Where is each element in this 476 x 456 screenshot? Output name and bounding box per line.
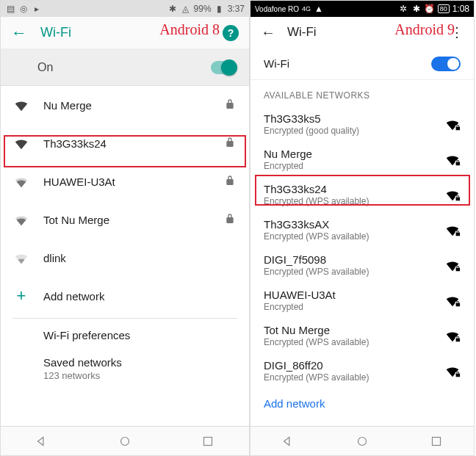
lock-icon: [224, 98, 237, 112]
network-texts: Nu MergeEncrypted: [264, 148, 436, 171]
network-row[interactable]: Th3G33ksAXEncrypted (WPS available): [250, 212, 474, 247]
net-badge: 4G: [302, 5, 311, 12]
wifi-label: Wi-Fi: [264, 57, 289, 70]
network-texts: HUAWEI-U3AtEncrypted: [264, 289, 436, 312]
network-subtitle: Encrypted (WPS available): [264, 372, 436, 383]
back-icon[interactable]: ←: [261, 24, 275, 41]
more-icon[interactable]: ⋮: [450, 24, 464, 40]
status-bar: Vodafone RO 4G ▲ ✲ ✱ ⏰ 80 1:08: [250, 1, 474, 17]
network-row[interactable]: Nu MergeEncrypted: [250, 142, 474, 177]
divider: [12, 318, 237, 319]
add-network-row[interactable]: +Add network: [1, 277, 249, 315]
network-subtitle: Encrypted: [264, 302, 436, 312]
alarm-icon: ⏰: [425, 4, 435, 14]
network-row[interactable]: DIGI_86ff20Encrypted (WPS available): [250, 353, 474, 388]
nfc-icon: ✲: [398, 4, 408, 14]
no-sim-icon: ◬: [181, 4, 191, 14]
lock-icon: [224, 137, 237, 150]
bluetooth-icon: ✱: [411, 4, 422, 14]
page-title: Wi-Fi: [40, 25, 209, 40]
network-row[interactable]: Tot Nu Merge: [1, 200, 249, 239]
network-subtitle: Encrypted (WPS available): [264, 337, 436, 347]
signal-icon: ▲: [314, 4, 324, 14]
network-list: Nu MergeTh3G33ks24HUAWEI-U3AtTot Nu Merg…: [1, 86, 249, 426]
network-name: DIGI_7f5098: [264, 253, 436, 266]
nav-recent-icon[interactable]: [428, 433, 444, 449]
network-row[interactable]: Th3G33ks5Encrypted (good quality): [250, 106, 474, 142]
network-row[interactable]: Th3G33ks24: [1, 124, 249, 162]
section-header: AVAILABLE NETWORKS: [250, 80, 474, 106]
wifi-toggle[interactable]: [211, 61, 236, 74]
network-name: HUAWEI-U3At: [43, 175, 211, 188]
nav-bar: [1, 426, 249, 455]
nav-home-icon[interactable]: [117, 433, 133, 449]
on-label: On: [37, 61, 53, 74]
notif-icon: ▤: [5, 4, 15, 14]
network-name: Th3G33ks24: [264, 183, 436, 195]
add-network-label: Add network: [43, 290, 104, 303]
android8-phone: Android 8 ▤ ◎ ▸ ✱ ◬ 99% ▮ 3:37 ← Wi-Fi ?…: [0, 0, 250, 456]
network-texts: Th3G33ksAXEncrypted (WPS available): [264, 218, 436, 242]
network-texts: Th3G33ks24Encrypted (WPS available): [264, 183, 436, 206]
network-row[interactable]: Tot Nu MergeEncrypted (WPS available): [250, 318, 474, 353]
wifi-preferences-row[interactable]: Wi-Fi preferences: [1, 322, 249, 349]
network-texts: DIGI_7f5098Encrypted (WPS available): [264, 253, 436, 277]
wifi-lock-icon: [444, 222, 461, 238]
network-row[interactable]: Th3G33ks24Encrypted (WPS available): [250, 177, 474, 212]
pref-title: Saved networks: [43, 356, 236, 369]
wifi-signal-icon: [12, 134, 30, 152]
network-name: Nu Merge: [264, 148, 436, 160]
nav-bar: [250, 426, 474, 455]
network-row[interactable]: Nu Merge: [1, 86, 249, 124]
battery-icon: ▮: [214, 4, 225, 14]
clock: 1:08: [452, 4, 469, 14]
network-name: Tot Nu Merge: [264, 324, 436, 336]
network-subtitle: Encrypted (good quality): [264, 126, 436, 136]
network-name: HUAWEI-U3At: [264, 289, 436, 301]
wifi-lock-icon: [444, 292, 461, 308]
wifi-signal-icon: [12, 96, 30, 114]
nav-back-icon[interactable]: [280, 433, 296, 449]
chrome-icon: ◎: [18, 4, 29, 14]
network-row[interactable]: HUAWEI-U3At: [1, 162, 249, 200]
pref-title: Wi-Fi preferences: [43, 329, 236, 341]
network-name: Th3G33ksAX: [264, 218, 436, 231]
nav-back-icon[interactable]: [34, 433, 50, 449]
wifi-toggle-row[interactable]: Wi-Fi: [250, 48, 474, 80]
network-name: Tot Nu Merge: [43, 214, 211, 226]
wifi-signal-icon: [12, 173, 30, 190]
network-name: Th3G33ks5: [264, 112, 436, 125]
network-subtitle: Encrypted (WPS available): [264, 196, 436, 206]
wifi-toggle[interactable]: [431, 57, 461, 71]
header: ← Wi-Fi ⋮: [250, 17, 474, 48]
wifi-on-row[interactable]: On: [1, 49, 249, 86]
help-icon[interactable]: ?: [223, 25, 239, 41]
wifi-lock-icon: [444, 116, 461, 132]
network-row[interactable]: DIGI_7f5098Encrypted (WPS available): [250, 247, 474, 283]
saved-networks-row[interactable]: Saved networks123 networks: [1, 349, 249, 388]
network-row[interactable]: dlink: [1, 239, 249, 277]
wifi-lock-icon: [444, 363, 461, 379]
battery-pct: 80: [438, 4, 450, 13]
nav-recent-icon[interactable]: [200, 433, 216, 449]
network-name: Nu Merge: [43, 99, 211, 112]
play-icon: ▸: [32, 4, 42, 14]
network-name: DIGI_86ff20: [264, 359, 436, 372]
nav-home-icon[interactable]: [354, 433, 370, 449]
network-subtitle: Encrypted (WPS available): [264, 231, 436, 242]
back-icon[interactable]: ←: [11, 23, 27, 43]
network-name: Th3G33ks24: [43, 137, 211, 150]
network-row[interactable]: HUAWEI-U3AtEncrypted: [250, 283, 474, 318]
wifi-signal-icon: [12, 249, 30, 267]
network-texts: Tot Nu MergeEncrypted (WPS available): [264, 324, 436, 347]
add-network-link[interactable]: Add network: [250, 388, 474, 419]
plus-icon: +: [12, 286, 30, 305]
page-title: Wi-Fi: [287, 25, 439, 40]
network-texts: DIGI_86ff20Encrypted (WPS available): [264, 359, 436, 383]
network-subtitle: Encrypted: [264, 161, 436, 171]
wifi-lock-icon: [444, 187, 461, 203]
status-bar: ▤ ◎ ▸ ✱ ◬ 99% ▮ 3:37: [1, 1, 249, 17]
wifi-lock-icon: [444, 327, 461, 344]
wifi-signal-icon: [12, 211, 30, 228]
pref-subtitle: 123 networks: [43, 370, 236, 381]
